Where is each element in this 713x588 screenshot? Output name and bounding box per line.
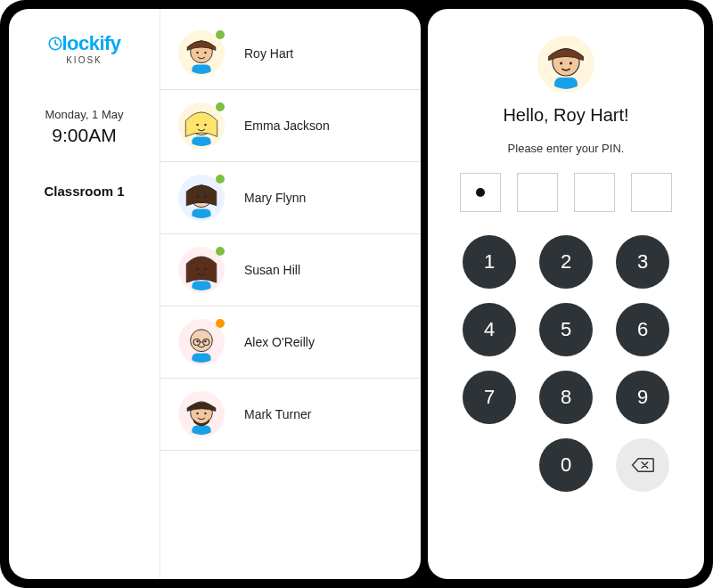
- svg-point-10: [204, 124, 206, 126]
- user-list: Roy Hart Emma Jackson: [160, 9, 421, 579]
- user-name-label: Mary Flynn: [244, 191, 306, 205]
- pin-digit-box[interactable]: [631, 173, 672, 212]
- logo-text: lockify: [61, 32, 120, 54]
- svg-point-4: [196, 52, 198, 53]
- status-dot-icon: [216, 102, 225, 111]
- user-avatar-wrap: [178, 175, 225, 221]
- pin-dot-icon: [476, 188, 485, 197]
- keypad-key-2[interactable]: 2: [539, 235, 593, 289]
- svg-point-20: [204, 268, 206, 270]
- svg-rect-22: [192, 353, 210, 363]
- user-name-label: Emma Jackson: [244, 118, 330, 133]
- user-name-label: Mark Turner: [244, 407, 311, 421]
- keypad-backspace[interactable]: [616, 438, 669, 492]
- keypad-key-3[interactable]: 3: [616, 235, 669, 289]
- svg-point-9: [196, 124, 198, 126]
- user-row[interactable]: Mary Flynn: [160, 162, 421, 234]
- pin-entry-screen: Hello, Roy Hart! Please enter your PIN. …: [428, 9, 704, 579]
- svg-point-32: [196, 412, 198, 414]
- svg-point-5: [204, 52, 206, 53]
- svg-rect-2: [192, 64, 210, 74]
- user-row[interactable]: Susan Hill: [160, 234, 421, 306]
- status-dot-icon: [216, 175, 225, 184]
- svg-point-14: [196, 196, 198, 198]
- status-dot-icon: [216, 247, 225, 256]
- user-avatar: [178, 391, 225, 437]
- keypad-key-7[interactable]: 7: [463, 371, 516, 424]
- svg-point-33: [204, 412, 206, 414]
- svg-point-37: [560, 61, 562, 64]
- svg-point-38: [570, 61, 572, 64]
- pin-digit-box[interactable]: [460, 173, 501, 212]
- user-row[interactable]: Emma Jackson: [160, 90, 421, 162]
- pin-digit-box[interactable]: [574, 173, 615, 212]
- user-avatar-wrap: [178, 319, 225, 365]
- pin-digit-box[interactable]: [517, 173, 558, 212]
- user-row[interactable]: Mark Turner: [160, 379, 421, 451]
- svg-rect-30: [192, 425, 210, 435]
- user-avatar-wrap: [178, 247, 225, 293]
- user-name-label: Roy Hart: [244, 46, 293, 61]
- user-name-label: Alex O'Reilly: [244, 335, 315, 349]
- date-time-block: Monday, 1 May 9:00AM: [21, 108, 147, 146]
- status-dot-icon: [216, 319, 225, 328]
- svg-point-25: [204, 340, 206, 342]
- current-date: Monday, 1 May: [21, 108, 147, 121]
- selected-user-avatar: [537, 36, 594, 93]
- pin-input-boxes: [460, 173, 672, 212]
- keypad-key-6[interactable]: 6: [616, 303, 669, 356]
- app-logo: lockify KIOSK: [21, 34, 147, 65]
- keypad-key-4[interactable]: 4: [463, 303, 516, 356]
- user-avatar-wrap: [178, 102, 225, 149]
- pin-instruction: Please enter your PIN.: [508, 142, 625, 155]
- user-row[interactable]: Roy Hart: [160, 18, 421, 90]
- status-dot-icon: [216, 30, 225, 39]
- user-row[interactable]: Alex O'Reilly: [160, 306, 421, 379]
- greeting-text: Hello, Roy Hart!: [503, 105, 628, 126]
- location-label: Classroom 1: [21, 184, 147, 199]
- keypad-key-8[interactable]: 8: [539, 371, 593, 424]
- keypad-key-1[interactable]: 1: [463, 235, 516, 289]
- svg-point-19: [196, 268, 198, 270]
- keypad-key-0[interactable]: 0: [539, 438, 593, 492]
- user-avatar-wrap: [178, 30, 225, 77]
- svg-rect-17: [192, 281, 210, 290]
- backspace-icon: [631, 456, 654, 474]
- sidebar: lockify KIOSK Monday, 1 May 9:00AM Class…: [9, 9, 160, 579]
- pin-keypad: 1234567890: [463, 235, 669, 492]
- user-avatar-wrap: [178, 391, 225, 437]
- user-name-label: Susan Hill: [244, 263, 300, 277]
- svg-point-15: [204, 196, 206, 198]
- kiosk-screen: lockify KIOSK Monday, 1 May 9:00AM Class…: [9, 9, 421, 579]
- svg-rect-12: [192, 208, 210, 218]
- device-frame: lockify KIOSK Monday, 1 May 9:00AM Class…: [0, 0, 713, 588]
- keypad-key-5[interactable]: 5: [539, 303, 593, 356]
- current-time: 9:00AM: [21, 125, 147, 146]
- svg-point-24: [196, 340, 198, 342]
- svg-rect-7: [192, 136, 210, 146]
- logo-sublabel: KIOSK: [21, 56, 147, 65]
- svg-rect-35: [554, 78, 578, 89]
- keypad-key-9[interactable]: 9: [616, 371, 669, 424]
